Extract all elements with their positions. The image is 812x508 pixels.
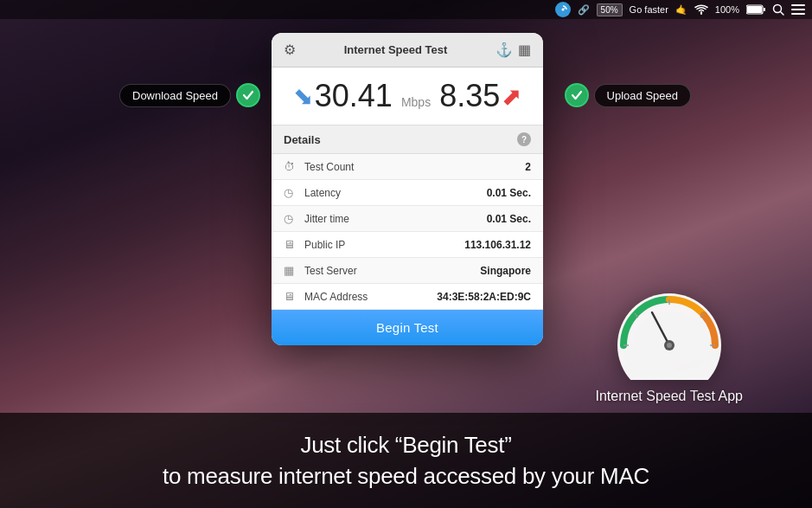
bottom-text-panel: Just click “Begin Test” to measure inter… [0,413,812,508]
menu-icon-menubar[interactable] [791,4,805,15]
search-icon-menubar[interactable] [772,3,784,16]
battery-full-label: 100% [715,4,739,15]
wifi-icon-menubar [694,4,708,15]
test-server-label: Test Server [304,265,480,277]
go-faster-label[interactable]: Go faster [630,4,668,15]
table-row: ◷ Jitter time 0.01 Sec. [272,206,543,232]
test-count-label: Test Count [304,161,525,173]
hand-icon-menubar: 🤙 [675,4,687,16]
test-server-icon: ▦ [284,264,301,277]
chain-icon-menubar: 🔗 [578,4,590,16]
download-speed-label-group: Download Speed [119,83,260,107]
widget-title: Internet Speed Test [296,43,496,56]
speedtest-menubar-icon[interactable] [555,2,571,17]
public-ip-label: Public IP [304,239,464,251]
public-ip-icon: 🖥 [284,238,301,251]
jitter-label: Jitter time [304,213,487,225]
svg-rect-8 [791,9,805,10]
speed-test-widget: ⚙ Internet Speed Test ⚓ ▦ ⬊ 30.41 Mbps 8… [272,33,543,345]
bottom-text-line1: Just click “Begin Test” [300,429,511,460]
table-row: ◷ Latency 0.01 Sec. [272,180,543,206]
latency-value: 0.01 Sec. [487,187,531,199]
anchor-icon[interactable]: ⚓ [496,42,513,58]
latency-label: Latency [304,187,487,199]
gauge-app-label: Internet Speed Test App [596,389,744,404]
table-row: ⏱ Test Count 2 [272,154,543,180]
mac-address-label: MAC Address [304,291,437,303]
download-speed-pill: Download Speed [119,84,231,107]
download-speed-value: ⬊ 30.41 [293,78,393,114]
help-icon[interactable]: ? [517,132,531,146]
svg-rect-7 [791,4,805,6]
public-ip-value: 113.106.31.12 [464,239,531,251]
download-check-icon [236,83,260,107]
battery-icon-menubar [746,4,765,15]
mac-address-value: 34:3E:58:2A:ED:9C [437,291,531,303]
bottom-text-line2: to measure internet speed accessed by yo… [163,460,649,492]
upload-check-icon [565,83,589,107]
svg-line-6 [781,12,784,16]
jitter-icon: ◷ [284,212,301,225]
details-title: Details [284,133,321,146]
upload-arrow-icon: ⬈ [502,82,521,111]
gauge-container: Internet Speed Test App [596,276,744,404]
speed-display: ⬊ 30.41 Mbps 8.35 ⬈ [272,68,543,125]
svg-rect-4 [764,8,765,11]
begin-test-button[interactable]: Begin Test [272,310,543,345]
speed-unit-label: Mbps [401,95,431,114]
upload-speed-label-group: Upload Speed [565,83,691,107]
svg-rect-9 [791,13,805,15]
latency-icon: ◷ [284,186,301,199]
table-row: 🖥 MAC Address 34:3E:58:2A:ED:9C [272,284,543,310]
speedometer-gauge [604,276,734,380]
table-row: ▦ Test Server Singapore [272,258,543,284]
table-row: 🖥 Public IP 113.106.31.12 [272,232,543,258]
upload-speed-pill: Upload Speed [594,84,691,107]
test-server-value: Singapore [480,265,531,277]
detail-rows: ⏱ Test Count 2 ◷ Latency 0.01 Sec. ◷ Jit… [272,154,543,310]
menubar: 🔗 50% Go faster 🤙 100% [0,0,812,19]
download-arrow-icon: ⬊ [293,82,313,111]
mac-address-icon: 🖥 [284,290,301,303]
widget-header: ⚙ Internet Speed Test ⚓ ▦ [272,33,543,68]
battery-percent: 50% [597,3,623,16]
svg-point-10 [617,293,721,380]
test-count-value: 2 [525,161,531,173]
upload-speed-value: 8.35 ⬈ [439,78,521,114]
grid-icon[interactable]: ▦ [518,42,531,58]
test-count-icon: ⏱ [284,160,301,173]
jitter-value: 0.01 Sec. [487,213,531,225]
svg-point-18 [667,343,672,348]
details-header: Details ? [272,125,543,154]
settings-icon[interactable]: ⚙ [284,42,296,58]
svg-rect-3 [747,6,762,13]
